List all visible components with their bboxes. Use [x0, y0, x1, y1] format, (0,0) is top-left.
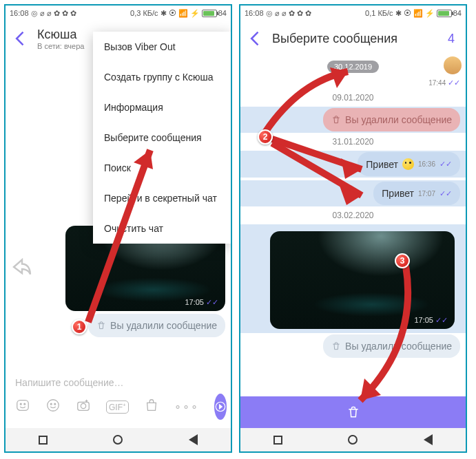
composer: Напишите сообщение… GIF+ ∘∘∘ — [6, 366, 231, 427]
deleted-message: Вы удалили сообщение — [323, 334, 460, 358]
nav-recent[interactable] — [39, 436, 48, 445]
svg-point-4 — [50, 403, 52, 405]
menu-clear-chat[interactable]: Очистить чат — [93, 213, 231, 244]
message-bubble: Привет 16:36 ✓✓ — [358, 152, 460, 176]
image-message: 17:05 ✓✓ — [270, 231, 455, 329]
emoji-icon[interactable] — [45, 398, 61, 416]
contact-name[interactable]: Ксюша — [37, 28, 84, 42]
svg-point-2 — [24, 403, 25, 405]
selection-count: 4 — [448, 32, 455, 46]
status-speed: 0,1 КБ/с — [365, 9, 393, 17]
marker-2: 2 — [258, 129, 273, 145]
sticker-icon[interactable] — [15, 398, 30, 416]
nav-home[interactable] — [113, 435, 123, 445]
nav-recent[interactable] — [273, 436, 282, 445]
delete-bar[interactable] — [240, 396, 466, 428]
svg-point-1 — [20, 403, 21, 405]
marker-1: 1 — [72, 319, 87, 334]
svg-point-7 — [81, 403, 85, 408]
nav-home[interactable] — [348, 435, 358, 445]
android-nav — [6, 428, 231, 451]
menu-viber-out[interactable]: Вызов Viber Out — [93, 32, 231, 62]
svg-point-3 — [48, 400, 59, 412]
marker-3: 3 — [395, 253, 410, 268]
svg-rect-0 — [17, 401, 29, 411]
phone-left: 16:08 ◎ ⌀ ⌀ ✿ ✿ ✿ 0,3 КБ/с ✱ ⦿ 📶 ⚡ 84 Кс… — [4, 4, 232, 453]
deleted-message-selected: Вы удалили сообщение — [323, 108, 460, 131]
share-icon[interactable] — [10, 255, 34, 279]
date-separator: 03.02.2020 — [240, 211, 466, 220]
presence-text: В сети: вчера — [37, 42, 84, 50]
back-button[interactable] — [11, 29, 30, 48]
overflow-menu: Вызов Viber Out Создать группу с Ксюша И… — [93, 32, 231, 244]
menu-search[interactable]: Поиск — [93, 153, 231, 183]
android-nav — [240, 428, 466, 451]
phone-right: 16:08 ◎ ⌀ ⌀ ✿ ✿ ✿ 0,1 КБ/с ✱ ⦿ 📶 ⚡ 84 Вы… — [239, 4, 467, 453]
selected-row-deleted[interactable]: Вы удалили сообщение — [240, 107, 466, 133]
menu-secret-chat[interactable]: Перейти в секретный чат — [93, 183, 231, 213]
date-separator: 30.12.2019 — [327, 61, 379, 73]
nav-back[interactable] — [189, 434, 198, 445]
menu-select-messages[interactable]: Выберите сообщения — [93, 122, 231, 153]
gif-icon[interactable]: GIF+ — [106, 401, 129, 414]
status-time: 16:08 — [245, 9, 264, 17]
selection-header: Выберите сообщения 4 — [240, 21, 466, 56]
camera-icon[interactable] — [76, 398, 91, 416]
message-bubble: Привет 17:07 ✓✓ — [373, 182, 460, 205]
battery-icon: 84 — [437, 9, 462, 17]
selected-row-msg2[interactable]: Привет 17:07 ✓✓ — [240, 180, 466, 206]
status-bar: 16:08 ◎ ⌀ ⌀ ✿ ✿ ✿ 0,3 КБ/с ✱ ⦿ 📶 ⚡ 84 — [6, 6, 231, 21]
status-speed: 0,3 КБ/с — [130, 9, 158, 17]
selection-title: Выберите сообщения — [272, 32, 397, 46]
deleted-message: Вы удалили сообщение — [88, 314, 225, 337]
selected-row-msg1[interactable]: Привет 16:36 ✓✓ — [240, 151, 466, 178]
nav-back[interactable] — [424, 434, 433, 445]
trash-icon — [346, 405, 360, 419]
status-time: 16:08 — [10, 9, 29, 17]
smile-emoji — [402, 158, 414, 170]
date-separator: 09.01.2020 — [240, 93, 466, 103]
shop-icon[interactable] — [144, 398, 159, 416]
svg-point-5 — [54, 403, 56, 405]
menu-create-group[interactable]: Создать группу с Ксюша — [93, 62, 231, 92]
more-icon[interactable]: ∘∘∘ — [174, 401, 199, 414]
date-separator: 31.01.2020 — [240, 137, 466, 147]
message-input[interactable]: Напишите сообщение… — [12, 370, 224, 391]
status-bar: 16:08 ◎ ⌀ ⌀ ✿ ✿ ✿ 0,1 КБ/с ✱ ⦿ 📶 ⚡ 84 — [240, 6, 466, 21]
selected-row-image[interactable]: 17:05 ✓✓ — [240, 224, 466, 333]
battery-icon: 84 — [202, 9, 227, 17]
back-button[interactable] — [246, 29, 265, 48]
menu-info[interactable]: Информация — [93, 92, 231, 122]
contact-avatar[interactable] — [444, 56, 462, 74]
send-button[interactable] — [214, 394, 227, 420]
